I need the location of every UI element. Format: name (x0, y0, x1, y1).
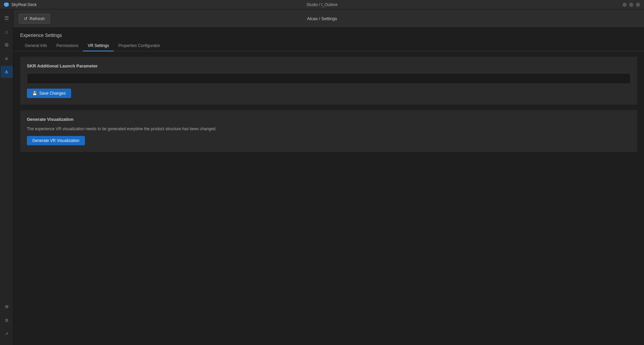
tab-general-info-label: General Info (25, 43, 47, 48)
generate-viz-description: The experience VR visualization needs to… (27, 127, 631, 131)
page-title: Experience Settings (20, 33, 637, 38)
refresh-button[interactable]: ↺ Refresh (19, 14, 50, 23)
tab-permissions-label: Permissions (56, 43, 78, 48)
list-icon: ≡ (5, 56, 8, 61)
minimize-button[interactable]: _ (623, 3, 627, 7)
close-button[interactable]: × (636, 3, 640, 7)
sidebar-top: ☰ ⌂ ⚙ ≡ A (1, 12, 13, 301)
sidebar-bottom: ⚒ ⚙ ↗ (1, 301, 13, 342)
generate-viz-section: Generate Visualization The experience VR… (20, 110, 637, 152)
tab-vr-settings[interactable]: VR Settings (83, 41, 113, 51)
app-layout: ☰ ⌂ ⚙ ≡ A ⚒ ⚙ ↗ (0, 9, 644, 345)
generate-vr-label: Generate VR Visualization (32, 138, 80, 143)
gear-plus-icon: ⚙ (5, 318, 9, 323)
page-area: Experience Settings General Info Permiss… (13, 28, 644, 345)
sidebar-item-wrench[interactable]: ⚒ (1, 301, 13, 313)
save-changes-button[interactable]: 💾 Save Changes (27, 89, 71, 98)
window-controls: _ □ × (623, 3, 640, 7)
restore-button[interactable]: □ (629, 3, 633, 7)
wrench-icon: ⚒ (5, 304, 9, 309)
skr-launch-input[interactable] (27, 73, 631, 84)
sidebar-item-export[interactable]: ↗ (1, 328, 13, 340)
refresh-icon: ↺ (24, 16, 28, 21)
generate-vr-visualization-button[interactable]: Generate VR Visualization (27, 136, 85, 145)
settings-icon: ⚙ (4, 42, 9, 48)
tab-properties-configurator[interactable]: Properties Configurator (114, 41, 165, 51)
menu-icon: ☰ (4, 15, 9, 21)
refresh-label: Refresh (30, 16, 45, 21)
tabs-bar: General Info Permissions VR Settings Pro… (13, 41, 644, 51)
breadcrumb: Alcas / Settings (307, 16, 337, 21)
sidebar-item-gear-plus[interactable]: ⚙ (1, 314, 13, 326)
save-icon: 💾 (32, 91, 37, 96)
sidebar: ☰ ⌂ ⚙ ≡ A ⚒ ⚙ ↗ (0, 9, 13, 345)
toolbar: ↺ Refresh Alcas / Settings (13, 9, 644, 28)
tab-properties-configurator-label: Properties Configurator (118, 43, 160, 48)
sidebar-avatar[interactable]: A (1, 66, 13, 78)
content-sections: SKR Additional Launch Parameter 💾 Save C… (13, 51, 644, 157)
skyreal-logo-icon (4, 2, 9, 7)
home-icon: ⌂ (5, 29, 8, 35)
tab-general-info[interactable]: General Info (20, 41, 52, 51)
toolbar-left: ↺ Refresh (19, 14, 50, 23)
studio-path: Studio / t_Oubine (306, 2, 338, 7)
avatar-label: A (5, 69, 8, 75)
skr-launch-section: SKR Additional Launch Parameter 💾 Save C… (20, 57, 637, 105)
generate-viz-title: Generate Visualization (27, 117, 631, 122)
title-bar-left: SkyReal Deck (4, 2, 37, 7)
export-icon: ↗ (5, 331, 8, 336)
app-name: SkyReal Deck (11, 2, 37, 7)
page-header: Experience Settings (13, 28, 644, 38)
skr-launch-title: SKR Additional Launch Parameter (27, 63, 631, 68)
save-changes-label: Save Changes (39, 91, 66, 96)
tab-vr-settings-label: VR Settings (88, 43, 109, 48)
sidebar-item-menu[interactable]: ☰ (1, 12, 13, 24)
main-content: ↺ Refresh Alcas / Settings Experience Se… (13, 9, 644, 345)
sidebar-item-home[interactable]: ⌂ (1, 26, 13, 38)
sidebar-item-settings[interactable]: ⚙ (1, 39, 13, 51)
sidebar-item-list[interactable]: ≡ (1, 52, 13, 64)
tab-permissions[interactable]: Permissions (52, 41, 83, 51)
title-bar: SkyReal Deck Studio / t_Oubine _ □ × (0, 0, 644, 9)
